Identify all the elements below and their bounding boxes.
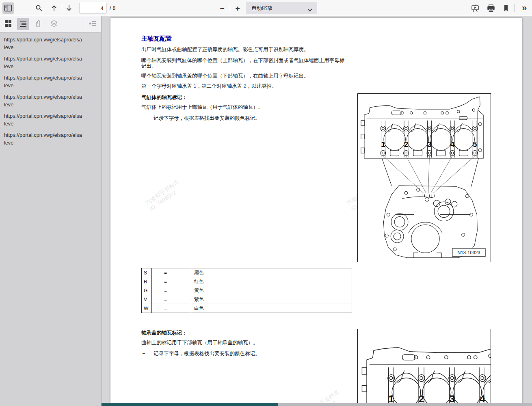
section-text: 曲轴上的标记用于下部轴瓦（用于轴承盖的轴瓦）。: [141, 340, 258, 346]
letter-cell: S: [142, 268, 152, 277]
watermark-text: ID: 7496002: [148, 184, 185, 212]
page-number-input[interactable]: [80, 3, 106, 13]
outline-item-text: https://portal.cpn.vwg/elsapro/elsa: [4, 74, 101, 82]
step-text: 记录下字母，根据表格找出要安装的颜色标记。: [154, 351, 260, 356]
section-heading: 气缸体的轴瓦标记：: [141, 94, 187, 101]
plus-icon: +: [235, 4, 240, 12]
arrow-up-icon: [50, 4, 58, 12]
color-cell: 红色: [191, 277, 352, 286]
search-icon: [35, 4, 43, 12]
outline-item[interactable]: https://portal.cpn.vwg/elsapro/elsa leve: [4, 93, 101, 109]
color-cell: 黑色: [191, 268, 352, 277]
color-cell: 黄色: [191, 286, 352, 295]
outline-view-button[interactable]: [17, 18, 29, 30]
table-row: G = 黄色: [142, 286, 352, 295]
dash-bullet: −: [142, 115, 154, 121]
attachments-view-button[interactable]: [32, 18, 45, 30]
page-count-label: / 8: [110, 0, 115, 16]
step-item: −记录下字母，根据表格找出要安装的颜色标记。: [142, 115, 260, 122]
next-page-button[interactable]: [63, 2, 75, 14]
sidebar-toolbar-divider: [84, 20, 84, 28]
print-icon: [487, 4, 495, 12]
print-button[interactable]: [485, 2, 497, 14]
current-outline-item-icon: [89, 20, 96, 28]
horizontal-scrollbar[interactable]: [102, 403, 532, 406]
pdf-page: 主轴瓦配置 出厂时气缸体或曲轴配置了正确厚度的轴瓦。彩色点可用于识别轴瓦厚度。 …: [110, 18, 522, 406]
letter-cell: W: [142, 304, 152, 313]
layers-view-button[interactable]: [48, 18, 60, 30]
paragraph: 哪个轴瓦安装到轴承盖的哪个位置（下部轴瓦），在曲轴上用字母标记出。: [141, 73, 309, 79]
pdf-viewer-area: 主轴瓦配置 出厂时气缸体或曲轴配置了正确厚度的轴瓦。彩色点可用于识别轴瓦厚度。 …: [102, 16, 532, 406]
toolbar-divider: [515, 4, 515, 12]
zoom-mode-label: 自动缩放: [251, 4, 272, 12]
zoom-out-button[interactable]: −: [216, 2, 228, 14]
outline-item[interactable]: https://portal.cpn.vwg/elsapro/elsa leve: [4, 36, 101, 52]
paragraph: 哪个轴瓦安装到气缸体的哪个位置（上部轴瓦），在下部密封面或者气缸体端面上用字母标…: [141, 58, 347, 69]
letter-cell: G: [142, 286, 152, 295]
step-text: 记录下字母，根据表格找出要安装的颜色标记。: [154, 115, 260, 121]
bearing-number-5: 5: [473, 140, 477, 149]
toolbar-divider: [62, 4, 62, 12]
outline-item-text: leve: [4, 101, 101, 109]
toggle-sidebar-button[interactable]: [2, 2, 14, 14]
presentation-icon: [471, 4, 479, 12]
previous-page-button[interactable]: [48, 2, 60, 14]
sidebar-toggle-icon: [4, 4, 12, 12]
outline-item[interactable]: https://portal.cpn.vwg/elsapro/elsa leve: [4, 74, 101, 90]
thumbnails-view-button[interactable]: [2, 18, 14, 30]
bearing-number-1: 1: [381, 140, 385, 149]
sidebar-toolbar: [0, 16, 102, 32]
outline-item-text: leve: [4, 63, 101, 71]
outline-item-text: leve: [4, 120, 101, 128]
engine-diagram-top: 1 2 3 4 5: [358, 94, 491, 262]
engine-diagram-top-2: [358, 329, 491, 406]
watermark-text: 汽修帮手资料库: [144, 178, 181, 207]
pdf-viewer-app: / 8 − + 自动缩放: [0, 0, 532, 406]
outline-item-text: https://portal.cpn.vwg/elsapro/elsa: [4, 112, 101, 120]
zoom-mode-select[interactable]: 自动缩放: [246, 2, 317, 14]
paragraph-text: 第一个字母对应轴承盖: [141, 83, 193, 89]
chevron-down-icon: [307, 7, 312, 13]
arrow-down-icon: [65, 4, 73, 12]
equals-cell: =: [152, 304, 191, 313]
outline-item-text: leve: [4, 44, 101, 52]
bearing-number-4: 4: [450, 140, 455, 149]
find-button[interactable]: [33, 2, 45, 14]
current-outline-item-button[interactable]: [87, 18, 99, 30]
outline-list-icon: [19, 20, 27, 28]
bearing-number-2: 2: [404, 140, 408, 149]
color-cell: 紫色: [191, 295, 352, 304]
paragraph-text: ，以此类推。: [246, 83, 277, 89]
figure-label-text: N13-10323: [457, 250, 480, 255]
section-heading: 轴承盖的轴瓦标记：: [141, 330, 187, 337]
bearing-color-table: S = 黑色 R = 红色 G = 黄色 V = 紫色: [141, 268, 352, 313]
step-item: −记录下字母，根据表格找出要安装的颜色标记。: [142, 350, 260, 357]
equals-cell: =: [152, 277, 191, 286]
outline-item-text: leve: [4, 139, 101, 147]
table-row: R = 红色: [142, 277, 352, 286]
figure-label: N13-10323: [452, 248, 485, 257]
figure-crankshaft-marks: [357, 329, 491, 406]
letter-cell: R: [142, 277, 152, 286]
outline-item[interactable]: https://portal.cpn.vwg/elsapro/elsa leve: [4, 132, 101, 147]
presentation-mode-button[interactable]: [469, 2, 481, 14]
sidebar-outline-panel: https://portal.cpn.vwg/elsapro/elsa leve…: [0, 32, 102, 406]
more-tools-button[interactable]: »: [519, 2, 530, 14]
document-heading: 主轴瓦配置: [141, 35, 172, 43]
current-view-bookmark-button[interactable]: [500, 2, 512, 14]
paragraph-text: ，第二个对应轴承盖: [196, 83, 243, 89]
outline-item-text: leve: [4, 82, 101, 90]
table-row: S = 黑色: [142, 268, 352, 277]
toolbar-divider: [230, 4, 230, 12]
zoom-in-button[interactable]: +: [232, 2, 243, 14]
horizontal-scrollbar-thumb[interactable]: [102, 403, 278, 406]
outline-item[interactable]: https://portal.cpn.vwg/elsapro/elsa leve: [4, 55, 101, 71]
paperclip-icon: [35, 20, 42, 28]
section-text: 气缸体上的标记用于上部轴瓦（用于气缸体的轴瓦）。: [141, 105, 263, 110]
outline-list: https://portal.cpn.vwg/elsapro/elsa leve…: [0, 32, 101, 147]
engine-diagram-end-face: [382, 158, 478, 258]
equals-cell: =: [152, 295, 191, 304]
outline-item[interactable]: https://portal.cpn.vwg/elsapro/elsa leve: [4, 112, 101, 128]
outline-item-text: https://portal.cpn.vwg/elsapro/elsa: [4, 132, 101, 139]
table-row: W = 白色: [142, 304, 352, 313]
